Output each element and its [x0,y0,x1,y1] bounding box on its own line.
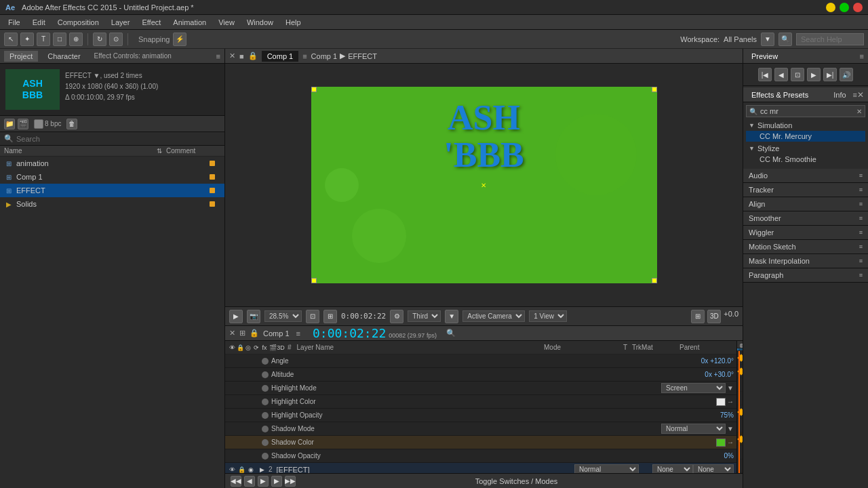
project-new-folder[interactable]: 📁 [4,119,15,129]
tab-info[interactable]: Info [829,89,850,100]
tl-eye-toggle[interactable]: 👁 [228,344,236,352]
project-trash[interactable]: 🗑 [66,119,77,129]
left-panel-menu-icon[interactable]: ≡ [216,52,220,60]
tool-select[interactable]: ↖ [4,33,18,46]
ep-cat-simulation-header[interactable]: ▼ Simulation [746,120,865,131]
tool-text[interactable]: T [37,33,50,46]
tool-pen[interactable]: ✦ [20,33,34,46]
tl-3d-layer[interactable]: 3D [277,344,285,352]
ep-cat-stylize-header[interactable]: ▼ Stylize [746,143,865,154]
ep-item-cc-smoothie[interactable]: CC Mr. Smoothie [746,154,865,165]
close-button[interactable] [853,3,863,12]
vc-grid[interactable]: ⊞ [691,310,705,323]
tool-zoom[interactable]: ⊕ [69,33,83,46]
timeline-lock[interactable]: 🔒 [250,329,259,338]
maximize-button[interactable] [840,3,849,12]
snapping-toggle[interactable]: ⚡ [173,33,186,46]
section-mask-interpolation-header[interactable]: Mask Interpolation ≡ [743,254,868,268]
prop-value-highlight-opacity[interactable]: 75% [720,411,734,419]
vc-fit[interactable]: ⊡ [306,310,319,323]
comp-menu[interactable]: ≡ [302,52,307,60]
effects-close[interactable]: ✕ [857,90,864,100]
highlight-mode-arrow[interactable]: ▼ [727,384,734,392]
tab-preview[interactable]: Preview [747,51,782,62]
list-item-solids[interactable]: ▶ Solids [0,197,224,211]
tab-project[interactable]: Project [4,51,38,62]
preview-play[interactable]: ▶ [807,68,821,81]
tl-solo-toggle[interactable]: ◎ [244,344,252,352]
shadow-mode-arrow[interactable]: ▼ [727,425,734,432]
timeline-menu[interactable]: ≡ [296,329,300,338]
tl-layer-eye[interactable]: 👁 [228,466,236,474]
tl-lock-toggle[interactable]: 🔒 [236,344,244,352]
vc-layout-select[interactable]: 1 View [529,310,567,322]
comp-close[interactable]: ✕ [229,52,235,60]
project-new-comp[interactable]: 🎬 [18,119,28,129]
section-paragraph-header[interactable]: Paragraph ≡ [743,268,868,282]
search-input[interactable] [796,33,864,45]
shadow-color-swatch[interactable] [716,439,726,447]
vc-view-btn[interactable]: ▼ [445,310,458,323]
vc-view-select[interactable]: Third [408,310,441,322]
timeline-playhead[interactable] [738,351,740,473]
minimize-button[interactable] [826,3,835,12]
toggle-switches-label[interactable]: Toggle Switches / Modes [296,477,737,485]
vc-3d[interactable]: 3D [707,310,721,323]
vc-camera-select[interactable]: Active Camera [462,310,525,322]
tl-motion-blur[interactable]: ⟳ [252,344,260,352]
section-motion-sketch-header[interactable]: Motion Sketch ≡ [743,240,868,253]
col-sort-icon[interactable]: ⇅ [157,147,166,155]
tl-play[interactable]: ▶ [258,476,269,487]
vc-preview-play[interactable]: ▶ [229,310,243,323]
tl-frame-step-fwd[interactable]: ▶▶ [285,476,296,487]
shadow-mode-select[interactable]: Normal [661,424,726,434]
tab-character[interactable]: Character [42,51,85,62]
tl-step-back[interactable]: ◀ [244,476,255,487]
ep-item-cc-mercury[interactable]: CC Mr. Mercury [746,131,865,142]
preview-stop[interactable]: ⊡ [791,68,804,81]
effects-search-input[interactable] [760,107,854,115]
tl-layer-solo[interactable]: ◉ [247,466,255,474]
preview-step-back[interactable]: ◀ [774,68,788,81]
timeline-search[interactable]: 🔍 [446,329,456,338]
menu-file[interactable]: File [3,17,26,28]
tab-effects-presets[interactable]: Effects & Presets [747,89,812,100]
menu-window[interactable]: Window [241,17,279,28]
menu-effect[interactable]: Effect [136,17,166,28]
menu-animation[interactable]: Animation [167,17,212,28]
tl-effects-toggle[interactable]: fx [260,344,269,352]
vc-zoom-select[interactable]: 28.5% [264,310,302,322]
preview-skip-end[interactable]: ▶| [823,68,837,81]
menu-layer[interactable]: Layer [106,17,136,28]
section-audio-header[interactable]: Audio ≡ [743,169,868,182]
workspace-menu[interactable]: ▼ [761,33,774,46]
preview-audio[interactable]: 🔊 [840,68,853,81]
tl-layer-lock[interactable]: 🔒 [237,466,245,474]
handle-bl[interactable] [311,278,317,283]
breadcrumb-comp[interactable]: Comp 1 [311,52,338,60]
preview-skip-start[interactable]: |◀ [758,68,772,81]
preview-menu[interactable]: ≡ [860,52,864,60]
layer-parent-select[interactable]: None [693,464,734,473]
effects-search-clear[interactable]: ✕ [856,108,862,115]
handle-tr[interactable] [652,87,657,92]
layer-mode-select[interactable]: Normal [574,464,639,473]
menu-edit[interactable]: Edit [27,17,51,28]
tl-frame-step-back[interactable]: ◀◀ [231,476,241,487]
vc-snapshot[interactable]: 📷 [247,310,260,323]
tool-rotate[interactable]: ↻ [93,33,106,46]
section-tracker-header[interactable]: Tracker ≡ [743,183,868,197]
tl-step-fwd[interactable]: ▶ [271,476,282,487]
section-wiggler-header[interactable]: Wiggler ≡ [743,226,868,239]
layer-trkmat-select[interactable]: None [652,464,693,473]
tl-layer-effect[interactable]: 👁 🔒 ◉ ▶ 2 [EFFECT] Normal [225,463,736,473]
comp-tab-active[interactable]: Comp 1 [262,51,299,62]
vc-safe[interactable]: ⊞ [323,310,337,323]
shadow-color-arrow[interactable]: → [727,439,734,446]
vc-options[interactable]: ⚙ [390,310,403,323]
list-item-animation[interactable]: ⊞ animation [0,157,224,170]
prop-value-shadow-opacity[interactable]: 0% [724,452,734,460]
bpc-swatch[interactable] [34,119,43,129]
range-active[interactable] [737,348,738,350]
tl-frame-blend[interactable]: 🎬 [269,344,277,352]
